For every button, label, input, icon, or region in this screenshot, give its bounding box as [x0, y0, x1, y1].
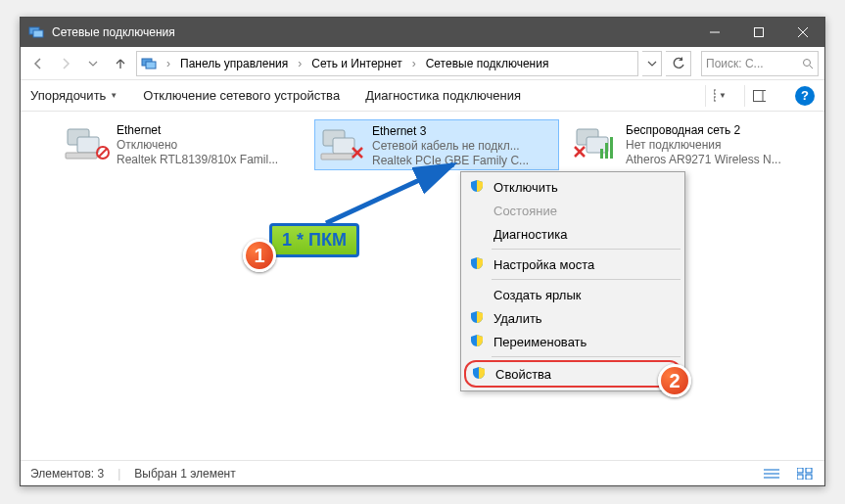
view-options-button[interactable]: ▼: [705, 85, 727, 107]
context-menu: Отключить Состояние Диагностика Настройк…: [460, 171, 685, 391]
svg-line-20: [99, 149, 107, 157]
diagnose-button[interactable]: Диагностика подключения: [365, 88, 521, 103]
svg-line-9: [810, 66, 813, 69]
minimize-button[interactable]: [692, 18, 736, 47]
svg-rect-37: [806, 468, 812, 473]
preview-pane-button[interactable]: [744, 85, 766, 107]
menu-diagnose[interactable]: Диагностика: [464, 222, 681, 246]
shield-icon: [470, 179, 484, 193]
svg-rect-10: [714, 90, 716, 94]
chevron-right-icon: ›: [408, 57, 420, 70]
adapter-name: Ethernet 3: [372, 124, 529, 139]
window: Сетевые подключения › Панель управления …: [20, 17, 825, 486]
address-bar-row: › Панель управления › Сеть и Интернет › …: [21, 47, 824, 80]
network-connections-icon: [141, 56, 157, 71]
svg-rect-28: [600, 149, 603, 159]
svg-rect-11: [714, 97, 716, 101]
breadcrumb-item[interactable]: Сетевые подключения: [422, 55, 553, 72]
svg-rect-27: [587, 137, 608, 153]
item-count: Элементов: 3: [30, 467, 104, 481]
search-input[interactable]: Поиск: С...: [701, 51, 819, 76]
nav-recent-button[interactable]: [81, 52, 105, 75]
annotation-badge-1: 1: [243, 239, 276, 272]
breadcrumb-item[interactable]: Панель управления: [176, 55, 292, 72]
help-button[interactable]: ?: [795, 86, 815, 106]
shield-icon: [470, 256, 484, 270]
adapter-device: Atheros AR9271 Wireless N...: [626, 153, 781, 167]
svg-rect-1: [33, 30, 43, 37]
menu-delete[interactable]: Удалить: [464, 306, 681, 330]
shield-icon: [470, 310, 484, 324]
status-bar: Элементов: 3 | Выбран 1 элемент: [21, 460, 824, 485]
shield-icon: [472, 366, 486, 380]
nav-up-button[interactable]: [109, 52, 132, 75]
window-title: Сетевые подключения: [52, 25, 692, 39]
refresh-button[interactable]: [666, 51, 691, 76]
shield-icon: [470, 334, 484, 347]
titlebar: Сетевые подключения: [21, 18, 824, 47]
menu-shortcut[interactable]: Создать ярлык: [464, 283, 681, 306]
organize-menu[interactable]: Упорядочить▼: [30, 88, 117, 103]
svg-rect-7: [146, 62, 156, 69]
search-placeholder: Поиск: С...: [706, 57, 764, 70]
network-connections-icon: [28, 24, 44, 40]
adapter-status: Сетевой кабель не подкл...: [372, 139, 529, 154]
svg-rect-30: [610, 137, 613, 159]
chevron-down-icon: ▼: [719, 91, 727, 100]
svg-rect-38: [797, 475, 803, 480]
breadcrumb[interactable]: › Панель управления › Сеть и Интернет › …: [136, 51, 638, 76]
svg-rect-3: [754, 28, 763, 37]
adapter-device: Realtek RTL8139/810x Famil...: [117, 153, 278, 167]
menu-rename[interactable]: Переименовать: [464, 330, 681, 353]
adapter-name: Ethernet: [117, 123, 278, 138]
adapter-item-wireless[interactable]: Беспроводная сеть 2 Нет подключения Athe…: [569, 119, 814, 170]
svg-point-8: [804, 59, 811, 66]
svg-rect-18: [66, 153, 97, 159]
adapter-device: Realtek PCIe GBE Family C...: [372, 154, 529, 168]
network-adapter-icon: [319, 124, 366, 163]
breadcrumb-dropdown[interactable]: [642, 51, 662, 76]
svg-rect-29: [605, 143, 608, 159]
toolbar: Упорядочить▼ Отключение сетевого устройс…: [21, 80, 824, 112]
network-adapter-icon: [64, 123, 111, 162]
svg-rect-36: [797, 468, 803, 473]
adapter-item-ethernet3[interactable]: Ethernet 3 Сетевой кабель не подкл... Re…: [314, 119, 559, 170]
details-view-button[interactable]: [762, 466, 781, 481]
chevron-right-icon: ›: [163, 57, 174, 70]
svg-rect-39: [806, 475, 812, 480]
adapter-item-ethernet[interactable]: Ethernet Отключено Realtek RTL8139/810x …: [60, 119, 305, 170]
disable-device-button[interactable]: Отключение сетевого устройства: [143, 88, 340, 103]
close-button[interactable]: [780, 18, 824, 47]
chevron-right-icon: ›: [294, 57, 305, 70]
adapter-status: Отключено: [117, 138, 278, 153]
svg-rect-14: [754, 90, 767, 101]
search-icon: [802, 58, 814, 69]
svg-rect-22: [333, 138, 354, 154]
adapter-name: Беспроводная сеть 2: [626, 123, 781, 138]
svg-rect-17: [77, 137, 99, 153]
maximize-button[interactable]: [736, 18, 780, 47]
chevron-down-icon: ▼: [110, 91, 117, 100]
svg-rect-23: [321, 154, 352, 160]
content-area: Ethernet Отключено Realtek RTL8139/810x …: [21, 112, 824, 460]
menu-bridge[interactable]: Настройка моста: [464, 252, 681, 276]
breadcrumb-item[interactable]: Сеть и Интернет: [307, 55, 405, 72]
menu-properties[interactable]: Свойства: [464, 360, 681, 388]
selection-count: Выбран 1 элемент: [134, 467, 235, 481]
annotation-rmb-label: 1 * ПКМ: [269, 223, 359, 257]
adapter-status: Нет подключения: [626, 138, 781, 153]
wireless-adapter-icon: [573, 123, 620, 162]
annotation-badge-2: 2: [658, 364, 691, 397]
nav-back-button[interactable]: [26, 52, 50, 75]
nav-forward-button[interactable]: [54, 52, 77, 75]
tiles-view-button[interactable]: [795, 466, 815, 481]
menu-status: Состояние: [464, 199, 681, 222]
menu-disable[interactable]: Отключить: [464, 175, 681, 199]
